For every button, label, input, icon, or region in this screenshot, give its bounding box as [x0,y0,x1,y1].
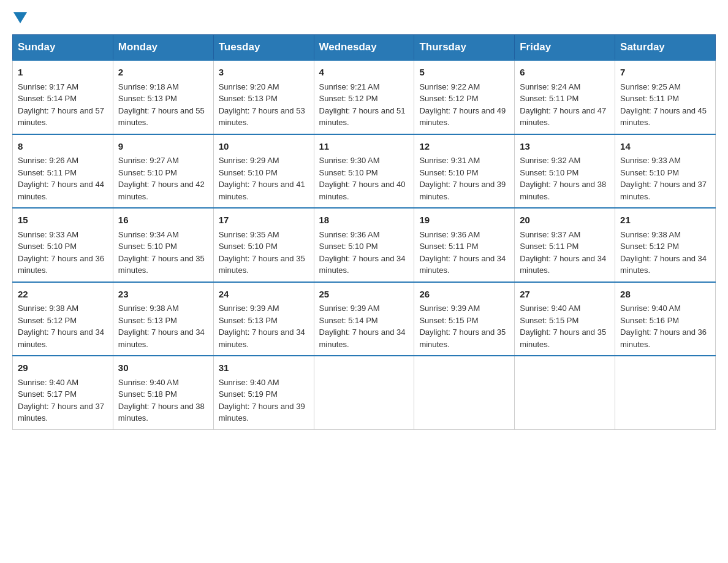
day-number: 7 [620,66,710,80]
calendar-day-cell: 26Sunrise: 9:39 AMSunset: 5:15 PMDayligh… [414,282,515,356]
calendar-day-cell: 23Sunrise: 9:38 AMSunset: 5:13 PMDayligh… [113,282,213,356]
calendar-day-cell: 20Sunrise: 9:37 AMSunset: 5:11 PMDayligh… [515,208,615,282]
calendar-day-cell: 12Sunrise: 9:31 AMSunset: 5:10 PMDayligh… [414,134,515,209]
day-number: 29 [18,361,108,375]
calendar-day-cell: 28Sunrise: 9:40 AMSunset: 5:16 PMDayligh… [615,282,716,356]
day-number: 19 [419,213,509,228]
calendar-header-row: SundayMondayTuesdayWednesdayThursdayFrid… [13,35,716,61]
calendar-day-cell: 3Sunrise: 9:20 AMSunset: 5:13 PMDaylight… [213,60,314,134]
page-header [12,12,716,22]
day-number: 16 [118,213,208,228]
calendar-day-cell: 17Sunrise: 9:35 AMSunset: 5:10 PMDayligh… [213,208,314,282]
calendar-header-sunday: Sunday [13,35,113,61]
calendar-week-row: 29Sunrise: 9:40 AMSunset: 5:17 PMDayligh… [13,356,716,429]
calendar-day-cell: 29Sunrise: 9:40 AMSunset: 5:17 PMDayligh… [13,356,113,429]
day-number: 8 [18,140,108,154]
day-number: 18 [319,213,409,228]
day-number: 9 [118,140,208,154]
calendar-day-cell: 14Sunrise: 9:33 AMSunset: 5:10 PMDayligh… [615,134,716,209]
calendar-week-row: 1Sunrise: 9:17 AMSunset: 5:14 PMDaylight… [13,60,716,134]
day-number: 14 [620,140,710,154]
calendar-header-thursday: Thursday [414,35,515,61]
day-number: 17 [219,213,309,228]
logo-arrow-icon [13,12,27,23]
calendar-day-cell: 5Sunrise: 9:22 AMSunset: 5:12 PMDaylight… [414,60,515,134]
calendar-day-cell: 30Sunrise: 9:40 AMSunset: 5:18 PMDayligh… [113,356,213,429]
calendar-day-cell: 1Sunrise: 9:17 AMSunset: 5:14 PMDaylight… [13,60,113,134]
day-number: 25 [319,288,409,302]
calendar-day-cell [515,356,615,429]
calendar-day-cell: 18Sunrise: 9:36 AMSunset: 5:10 PMDayligh… [314,208,414,282]
calendar-day-cell: 8Sunrise: 9:26 AMSunset: 5:11 PMDaylight… [13,134,113,209]
day-number: 13 [520,140,610,154]
calendar-day-cell: 21Sunrise: 9:38 AMSunset: 5:12 PMDayligh… [615,208,716,282]
day-number: 6 [520,66,610,80]
calendar-day-cell: 31Sunrise: 9:40 AMSunset: 5:19 PMDayligh… [213,356,314,429]
calendar-week-row: 15Sunrise: 9:33 AMSunset: 5:10 PMDayligh… [13,208,716,282]
day-number: 3 [219,66,309,80]
calendar-day-cell: 9Sunrise: 9:27 AMSunset: 5:10 PMDaylight… [113,134,213,209]
calendar-day-cell: 15Sunrise: 9:33 AMSunset: 5:10 PMDayligh… [13,208,113,282]
day-number: 23 [118,288,208,302]
day-number: 27 [520,288,610,302]
calendar-day-cell: 2Sunrise: 9:18 AMSunset: 5:13 PMDaylight… [113,60,213,134]
calendar-day-cell: 11Sunrise: 9:30 AMSunset: 5:10 PMDayligh… [314,134,414,209]
day-number: 31 [219,361,309,375]
calendar-day-cell: 19Sunrise: 9:36 AMSunset: 5:11 PMDayligh… [414,208,515,282]
day-number: 24 [219,288,309,302]
calendar-day-cell: 6Sunrise: 9:24 AMSunset: 5:11 PMDaylight… [515,60,615,134]
calendar-day-cell [615,356,716,429]
calendar-day-cell: 16Sunrise: 9:34 AMSunset: 5:10 PMDayligh… [113,208,213,282]
day-number: 22 [18,288,108,302]
day-number: 11 [319,140,409,154]
day-number: 4 [319,66,409,80]
calendar-day-cell: 4Sunrise: 9:21 AMSunset: 5:12 PMDaylight… [314,60,414,134]
calendar-day-cell [414,356,515,429]
day-number: 12 [419,140,509,154]
svg-marker-0 [13,12,27,23]
day-number: 21 [620,213,710,228]
day-number: 26 [419,288,509,302]
day-number: 10 [219,140,309,154]
day-number: 2 [118,66,208,80]
calendar-day-cell [314,356,414,429]
calendar-day-cell: 22Sunrise: 9:38 AMSunset: 5:12 PMDayligh… [13,282,113,356]
calendar-table: SundayMondayTuesdayWednesdayThursdayFrid… [12,34,716,430]
day-number: 20 [520,213,610,228]
calendar-header-saturday: Saturday [615,35,716,61]
calendar-day-cell: 24Sunrise: 9:39 AMSunset: 5:13 PMDayligh… [213,282,314,356]
calendar-header-friday: Friday [515,35,615,61]
calendar-header-monday: Monday [113,35,213,61]
calendar-week-row: 22Sunrise: 9:38 AMSunset: 5:12 PMDayligh… [13,282,716,356]
logo [12,12,27,22]
calendar-week-row: 8Sunrise: 9:26 AMSunset: 5:11 PMDaylight… [13,134,716,209]
calendar-day-cell: 7Sunrise: 9:25 AMSunset: 5:11 PMDaylight… [615,60,716,134]
day-number: 15 [18,213,108,228]
day-number: 1 [18,66,108,80]
day-number: 30 [118,361,208,375]
calendar-day-cell: 13Sunrise: 9:32 AMSunset: 5:10 PMDayligh… [515,134,615,209]
calendar-day-cell: 27Sunrise: 9:40 AMSunset: 5:15 PMDayligh… [515,282,615,356]
day-number: 28 [620,288,710,302]
calendar-day-cell: 25Sunrise: 9:39 AMSunset: 5:14 PMDayligh… [314,282,414,356]
day-number: 5 [419,66,509,80]
calendar-header-tuesday: Tuesday [213,35,314,61]
calendar-header-wednesday: Wednesday [314,35,414,61]
calendar-day-cell: 10Sunrise: 9:29 AMSunset: 5:10 PMDayligh… [213,134,314,209]
